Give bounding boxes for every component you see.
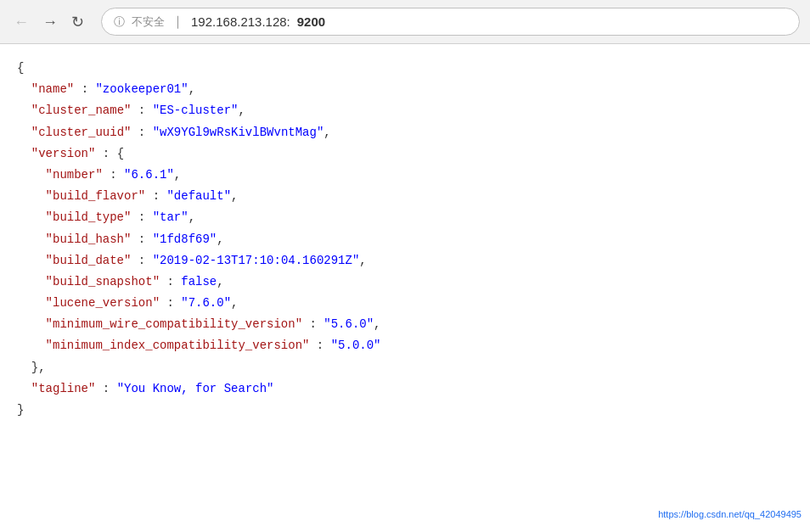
json-min-wire-line: "minimum_wire_compatibility_version" : "… <box>17 314 793 335</box>
watermark: https://blog.csdn.net/qq_42049495 <box>658 507 802 524</box>
json-build-snapshot-line: "build_snapshot" : false, <box>17 272 793 293</box>
url-base: 192.168.213.128: <box>191 14 290 29</box>
json-build-date-line: "build_date" : "2019-02-13T17:10:04.1602… <box>17 250 793 272</box>
json-lucene-version-line: "lucene_version" : "7.6.0", <box>17 293 793 314</box>
json-build-flavor-line: "build_flavor" : "default", <box>17 186 793 207</box>
forward-button[interactable]: → <box>39 11 61 33</box>
reload-button[interactable]: ↻ <box>68 11 87 33</box>
security-label: 不安全 <box>132 14 165 30</box>
url-port: 9200 <box>297 14 325 29</box>
json-cluster-name-line: "cluster_name" : "ES-cluster", <box>17 100 793 121</box>
json-version-close: }, <box>17 357 793 378</box>
back-button[interactable]: ← <box>10 11 32 33</box>
url-separator: ｜ <box>172 14 184 30</box>
json-tagline-line: "tagline" : "You Know, for Search" <box>17 378 793 400</box>
json-min-index-line: "minimum_index_compatibility_version" : … <box>17 335 793 356</box>
json-version-open: "version" : { <box>17 143 793 165</box>
json-number-line: "number" : "6.6.1", <box>17 165 793 186</box>
nav-buttons: ← → ↻ <box>10 11 87 33</box>
json-content: { "name" : "zookeeper01", "cluster_name"… <box>0 44 810 532</box>
json-build-type-line: "build_type" : "tar", <box>17 207 793 228</box>
address-bar[interactable]: ⓘ 不安全 ｜ 192.168.213.128:9200 <box>101 8 800 36</box>
json-open-brace: { <box>17 58 793 79</box>
security-icon: ⓘ <box>114 14 125 30</box>
json-build-hash-line: "build_hash" : "1fd8f69", <box>17 229 793 250</box>
json-close-brace: } <box>17 400 793 421</box>
browser-toolbar: ← → ↻ ⓘ 不安全 ｜ 192.168.213.128:9200 <box>0 0 810 44</box>
json-cluster-uuid-line: "cluster_uuid" : "wX9YGl9wRsKivlBWvntMag… <box>17 122 793 143</box>
json-name-line: "name" : "zookeeper01", <box>17 79 793 100</box>
